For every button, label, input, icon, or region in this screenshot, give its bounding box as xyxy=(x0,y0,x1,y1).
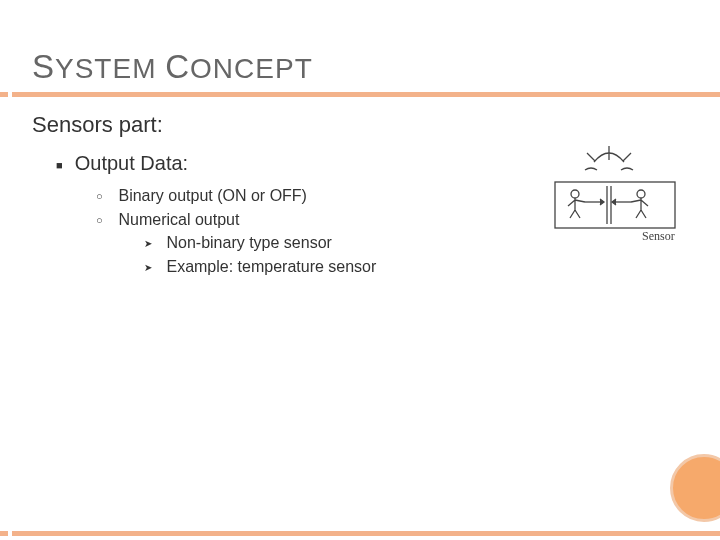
bullet-level2: ○ Numerical output xyxy=(96,209,376,231)
subheading: Sensors part: xyxy=(32,112,163,138)
title-divider xyxy=(0,92,720,97)
square-bullet-icon: ■ xyxy=(56,158,70,173)
bullet-level1: ■ Output Data: xyxy=(56,150,376,177)
bullet-level3: ➤ Non-binary type sensor xyxy=(144,232,376,254)
bullet-level2-text: Binary output (ON or OFF) xyxy=(118,187,307,204)
slide: SYSTEM CONCEPT Sensors part: ■ Output Da… xyxy=(0,0,720,540)
title-part-2: YSTEM xyxy=(55,53,165,84)
slide-title: SYSTEM CONCEPT xyxy=(32,48,313,86)
bullet-level1-text: Output Data: xyxy=(75,152,188,174)
decorative-circle-icon xyxy=(670,454,720,522)
title-cap-1: S xyxy=(32,48,55,85)
title-cap-2: C xyxy=(165,48,190,85)
bullet-level3: ➤ Example: temperature sensor xyxy=(144,256,376,278)
sensor-diagram-caption: Sensor xyxy=(642,229,675,243)
bottom-divider xyxy=(0,531,720,536)
circle-bullet-icon: ○ xyxy=(96,189,114,204)
arrow-bullet-icon: ➤ xyxy=(144,237,162,251)
circle-bullet-icon: ○ xyxy=(96,213,114,228)
bullet-level2: ○ Binary output (ON or OFF) xyxy=(96,185,376,207)
bullet-level2-text: Numerical output xyxy=(118,211,239,228)
title-part-4: ONCEPT xyxy=(190,53,313,84)
bullet-level3-text: Non-binary type sensor xyxy=(166,234,331,251)
bullet-level3-text: Example: temperature sensor xyxy=(166,258,376,275)
arrow-bullet-icon: ➤ xyxy=(144,261,162,275)
content-outline: ■ Output Data: ○ Binary output (ON or OF… xyxy=(56,148,376,279)
sensor-diagram: Sensor xyxy=(537,140,692,250)
